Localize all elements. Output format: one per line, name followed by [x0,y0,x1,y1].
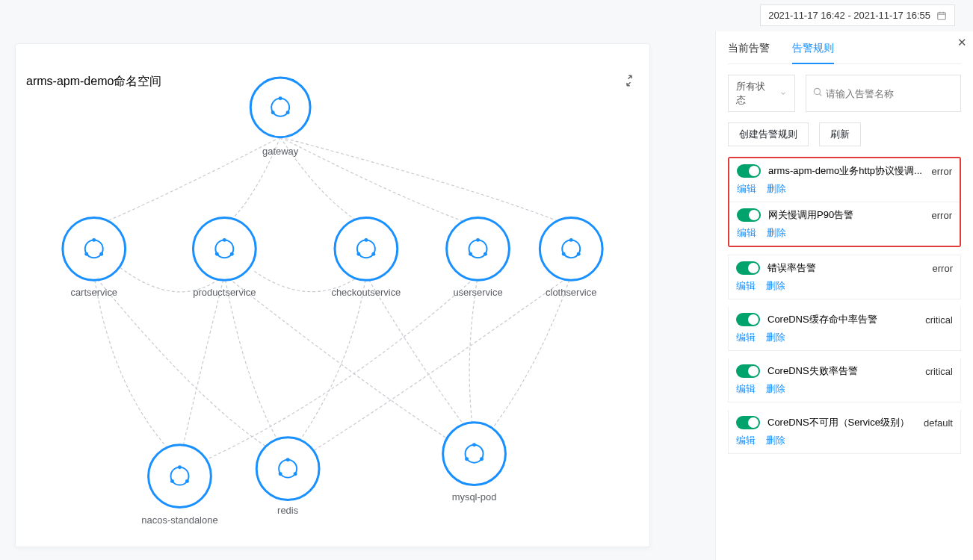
svg-point-46 [279,472,282,476]
svg-text:productservice: productservice [193,287,256,298]
svg-point-13 [193,217,256,280]
rule-item: 网关慢调用P90告警 error 编辑 删除 [729,202,960,246]
edit-link[interactable]: 编辑 [736,331,756,344]
svg-point-51 [472,443,476,447]
rule-item: CoreDNS缓存命中率告警 critical 编辑 删除 [728,307,961,351]
svg-point-4 [271,111,275,114]
svg-point-1 [250,78,310,137]
svg-rect-0 [938,12,946,19]
svg-point-53 [480,457,484,461]
node-gateway[interactable]: gateway [250,78,310,157]
rule-name: 错误率告警 [767,261,925,275]
svg-point-33 [569,238,573,242]
rule-name: 网关慢调用P90告警 [768,208,924,222]
node-productservice[interactable]: productservice [193,217,256,298]
date-range-picker[interactable]: 2021-11-17 16:42 - 2021-11-17 16:55 [760,4,955,26]
svg-point-27 [476,238,480,242]
svg-text:mysql-pod: mysql-pod [452,491,497,503]
svg-point-19 [335,217,398,280]
rule-severity: error [933,263,953,274]
rule-item: 错误率告警 error 编辑 删除 [728,255,961,299]
chevron-down-icon [779,88,787,99]
filter-state-select[interactable]: 所有状态 [728,75,795,112]
svg-point-15 [223,238,226,242]
node-mysql[interactable]: mysql-pod [443,423,506,503]
svg-point-25 [447,217,510,280]
svg-text:clothservice: clothservice [546,287,596,298]
rule-severity: critical [925,314,953,326]
search-input-wrap[interactable] [806,75,961,112]
svg-point-43 [256,438,319,500]
create-rule-button[interactable]: 创建告警规则 [728,122,809,146]
tab-current-alarm[interactable]: 当前告警 [728,37,770,63]
node-userservice[interactable]: userservice [447,217,510,298]
svg-point-55 [814,88,820,94]
highlighted-rules: arms-apm-demo业务http协议慢调... error 编辑 删除 网… [728,157,961,247]
edit-link[interactable]: 编辑 [736,382,756,396]
delete-link[interactable]: 删除 [766,279,785,293]
node-checkoutservice[interactable]: checkoutservice [331,217,401,298]
svg-text:userservice: userservice [453,287,502,298]
delete-link[interactable]: 删除 [766,331,785,344]
svg-text:nacos-standalone: nacos-standalone [141,514,217,526]
svg-point-21 [364,238,368,242]
delete-link[interactable]: 删除 [766,382,785,396]
svg-point-22 [356,252,360,256]
rule-toggle[interactable] [736,364,760,378]
refresh-button[interactable]: 刷新 [819,122,861,146]
svg-text:checkoutservice: checkoutservice [331,287,401,298]
rule-name: CoreDNS缓存命中率告警 [767,313,918,326]
svg-point-9 [92,238,96,242]
alarm-side-panel: ✕ 当前告警 告警规则 所有状态 创建告警规则 刷新 arms-apm-demo… [715,31,973,560]
svg-point-3 [279,96,282,100]
edit-link[interactable]: 编辑 [737,226,756,240]
rule-severity: critical [925,366,953,377]
rule-item: CoreDNS失败率告警 critical 编辑 删除 [728,358,961,402]
svg-point-41 [185,479,189,483]
rule-severity: error [932,210,952,221]
svg-point-37 [149,445,211,508]
search-input[interactable] [823,83,954,105]
rule-name: CoreDNS不可用（Service级别） [767,416,916,429]
delete-link[interactable]: 删除 [767,182,786,196]
rule-toggle[interactable] [736,261,760,275]
svg-point-31 [540,217,602,280]
date-range-text: 2021-11-17 16:42 - 2021-11-17 16:55 [768,10,930,21]
svg-point-49 [443,423,506,485]
edit-link[interactable]: 编辑 [737,182,756,196]
svg-point-16 [215,252,219,256]
rule-toggle[interactable] [736,416,760,429]
node-redis[interactable]: redis [256,438,319,516]
delete-link[interactable]: 删除 [766,434,785,447]
svg-point-23 [371,252,375,256]
rule-item: CoreDNS不可用（Service级别） default 编辑 删除 [728,410,961,454]
rule-toggle[interactable] [737,208,761,222]
edit-link[interactable]: 编辑 [736,434,756,447]
svg-point-35 [577,252,581,256]
svg-point-45 [286,458,290,461]
svg-point-40 [170,479,174,483]
topology-canvas[interactable]: arms-apm-demo命名空间 gateway [15,43,650,547]
delete-link[interactable]: 删除 [767,226,786,240]
close-icon[interactable]: ✕ [957,36,967,49]
node-clothservice[interactable]: clothservice [540,217,602,298]
rule-toggle[interactable] [737,164,761,178]
tab-alarm-rules[interactable]: 告警规则 [792,37,834,64]
svg-point-29 [484,252,487,256]
svg-text:cartservice: cartservice [70,287,117,298]
svg-point-5 [286,111,290,114]
edit-link[interactable]: 编辑 [736,279,756,293]
node-cartservice[interactable]: cartservice [63,217,126,298]
rule-toggle[interactable] [736,313,760,326]
svg-point-7 [63,217,126,280]
node-nacos[interactable]: nacos-standalone [141,445,217,526]
rule-severity: error [932,166,952,177]
rule-severity: default [924,417,953,429]
search-icon [812,87,823,100]
filter-state-label: 所有状态 [736,80,769,107]
calendar-icon [936,10,947,21]
rule-name: arms-apm-demo业务http协议慢调... [768,164,924,178]
svg-point-17 [230,252,234,256]
svg-point-10 [84,252,88,256]
svg-point-52 [465,457,469,461]
